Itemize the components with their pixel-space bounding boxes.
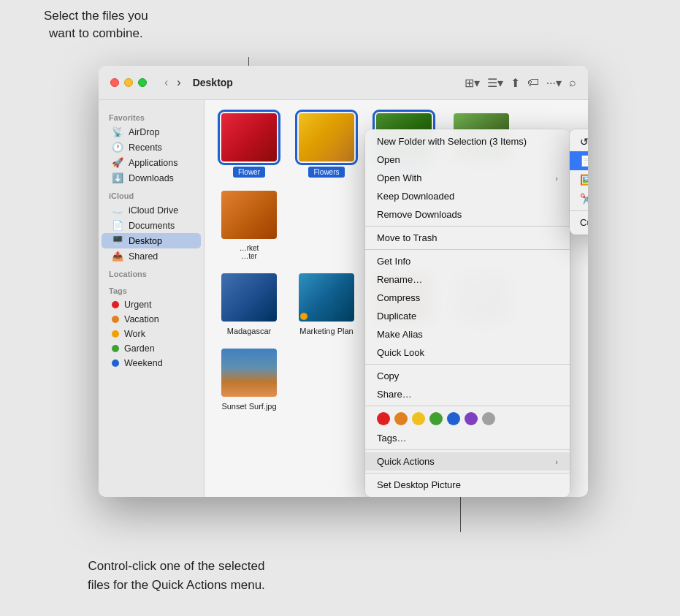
tag-icon[interactable]: 🏷 (527, 76, 539, 89)
ctx-make-alias[interactable]: Make Alias (365, 325, 570, 343)
sidebar-item-label: iCloud Drive (129, 205, 178, 216)
traffic-lights (110, 78, 147, 87)
ctx-keep-downloaded[interactable]: Keep Downloaded (365, 187, 570, 205)
sidebar-item-label: Urgent (124, 300, 152, 310)
ctx-compress[interactable]: Compress (365, 289, 570, 307)
content-area: Flower Flowers Gard… (205, 100, 588, 497)
file-label-marketing: Marketing Plan (299, 327, 353, 335)
submenu-remove-background[interactable]: ✂️ Remove Background (570, 189, 588, 208)
file-item-madagascar[interactable]: Madagascar (216, 272, 282, 335)
annotation-top: Select the files you want to combine. (44, 7, 148, 42)
file-label-madagascar: Madagascar (227, 327, 272, 335)
tag-dot-gray[interactable] (482, 412, 495, 425)
grid-view-icon[interactable]: ⊞▾ (465, 76, 480, 90)
sidebar-item-downloads[interactable]: ⬇️ Downloads (102, 170, 201, 186)
tag-dot-blue[interactable] (447, 412, 460, 425)
submenu-customize-label: Customize… (580, 217, 588, 228)
tags-label: Tags (99, 281, 204, 297)
ctx-new-folder[interactable]: New Folder with Selection (3 Items) (365, 132, 570, 151)
ctx-tags-row (365, 408, 570, 429)
sidebar-item-work[interactable]: Work (102, 327, 201, 341)
ctx-sep-2 (365, 249, 570, 250)
tag-dot-orange[interactable] (394, 412, 408, 425)
ctx-move-trash[interactable]: Move to Trash (365, 229, 570, 247)
sidebar-item-urgent[interactable]: Urgent (102, 297, 201, 312)
file-thumb-flowers (297, 112, 356, 163)
convert-image-icon: 🖼️ (580, 174, 588, 186)
sidebar-item-shared[interactable]: 📤 Shared (102, 248, 201, 264)
submenu-create-pdf[interactable]: 📄 Create PDF (570, 151, 588, 170)
window-title: Desktop (193, 77, 456, 88)
sidebar-item-garden[interactable]: Garden (102, 341, 201, 356)
tag-dot-purple[interactable] (465, 412, 478, 425)
search-icon[interactable]: ⌕ (569, 76, 576, 89)
file-label-market: …rket…ter (240, 244, 259, 260)
favorites-label: Favorites (99, 107, 204, 124)
sidebar-item-label: Work (124, 329, 145, 339)
ctx-share[interactable]: Share… (365, 385, 570, 403)
ctx-sep-6 (365, 473, 570, 474)
vacation-dot (112, 316, 119, 323)
share-icon[interactable]: ⬆ (511, 76, 520, 90)
ctx-rename[interactable]: Rename… (365, 270, 570, 289)
ctx-set-desktop[interactable]: Set Desktop Picture (365, 476, 570, 494)
callout-line-bottom (460, 495, 461, 532)
tag-dot-yellow[interactable] (412, 412, 425, 425)
submenu-rotate-left[interactable]: ↺ Rotate Left (570, 132, 588, 151)
ctx-share-label: Share… (377, 389, 412, 400)
sidebar-item-icloud-drive[interactable]: ☁️ iCloud Drive (102, 202, 201, 218)
sidebar-item-applications[interactable]: 🚀 Applications (102, 155, 201, 170)
submenu-customize[interactable]: Customize… (570, 213, 588, 232)
recents-icon: 🕐 (112, 142, 123, 153)
tag-dot-red[interactable] (377, 412, 390, 425)
ctx-rename-label: Rename… (377, 274, 422, 285)
list-view-icon[interactable]: ☰▾ (487, 76, 503, 90)
sidebar-item-label: Desktop (129, 236, 162, 246)
sidebar-item-desktop[interactable]: 🖥️ Desktop (102, 233, 201, 248)
flower-image (221, 113, 277, 161)
sidebar-item-vacation[interactable]: Vacation (102, 312, 201, 327)
submenu-convert-image[interactable]: 🖼️ Convert Image (570, 170, 588, 189)
ctx-sep-3 (365, 364, 570, 365)
sidebar-item-recents[interactable]: 🕐 Recents (102, 140, 201, 155)
ctx-get-info[interactable]: Get Info (365, 252, 570, 270)
ctx-quick-look[interactable]: Quick Look (365, 343, 570, 362)
sidebar-item-weekend[interactable]: Weekend (102, 356, 201, 370)
forward-button[interactable]: › (174, 75, 183, 91)
ctx-keep-downloaded-label: Keep Downloaded (377, 191, 454, 202)
file-item-flower[interactable]: Flower (216, 112, 282, 178)
file-item-flowers[interactable]: Flowers (294, 112, 359, 178)
more-icon[interactable]: ···▾ (546, 76, 562, 90)
ctx-new-folder-label: New Folder with Selection (3 Items) (377, 136, 527, 147)
sidebar: Favorites 📡 AirDrop 🕐 Recents 🚀 Applicat… (99, 100, 205, 497)
ctx-compress-label: Compress (377, 292, 420, 303)
ctx-move-trash-label: Move to Trash (377, 232, 437, 243)
ctx-get-info-label: Get Info (377, 256, 410, 267)
tag-dot-green[interactable] (429, 412, 443, 425)
file-item-market[interactable]: …rket…ter (216, 189, 282, 260)
ctx-open[interactable]: Open (365, 151, 570, 169)
close-button[interactable] (110, 78, 119, 87)
ctx-tags[interactable]: Tags… (365, 429, 570, 447)
ctx-duplicate[interactable]: Duplicate (365, 307, 570, 325)
airdrop-icon: 📡 (112, 126, 123, 137)
file-item-sunset[interactable]: Sunset Surf.jpg (216, 347, 282, 411)
sidebar-item-documents[interactable]: 📄 Documents (102, 218, 201, 233)
quick-actions-submenu: ↺ Rotate Left 📄 Create PDF 🖼️ Convert Im… (570, 129, 588, 235)
ctx-remove-downloads[interactable]: Remove Downloads (365, 205, 570, 224)
back-button[interactable]: ‹ (161, 75, 171, 91)
minimize-button[interactable] (124, 78, 133, 87)
ctx-quick-actions[interactable]: Quick Actions › (365, 452, 570, 471)
desktop-icon: 🖥️ (112, 235, 123, 246)
sidebar-item-airdrop[interactable]: 📡 AirDrop (102, 124, 201, 140)
file-thumb-madagascar (220, 272, 278, 323)
ctx-copy[interactable]: Copy (365, 367, 570, 385)
ctx-open-with[interactable]: Open With › (365, 169, 570, 187)
flowers-image (299, 113, 354, 161)
maximize-button[interactable] (138, 78, 147, 87)
market-image (221, 191, 277, 239)
context-menu: New Folder with Selection (3 Items) Open… (365, 129, 570, 497)
toolbar-right: ⊞▾ ☰▾ ⬆ 🏷 ···▾ ⌕ (465, 76, 576, 90)
ctx-set-desktop-label: Set Desktop Picture (377, 479, 461, 490)
file-item-marketing[interactable]: Marketing Plan (294, 272, 359, 335)
